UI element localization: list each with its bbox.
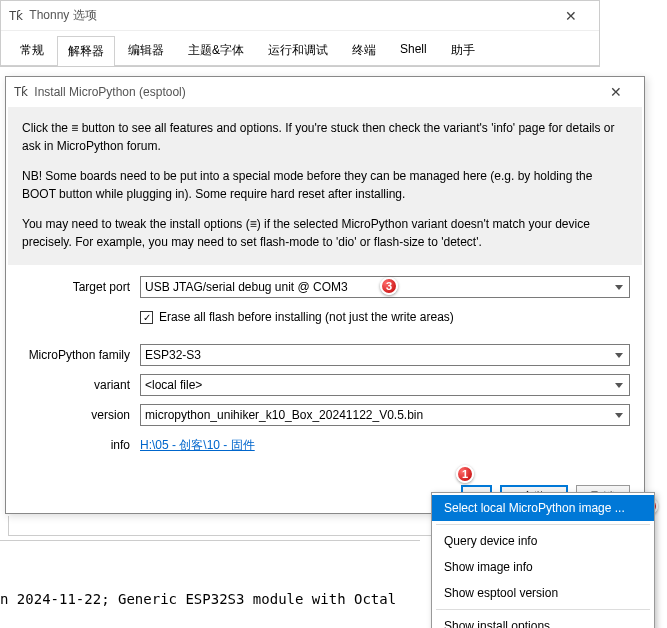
menu-show-esptool-version[interactable]: Show esptool version (432, 580, 654, 606)
erase-flash-label: Erase all flash before installing (not j… (159, 310, 454, 324)
info-link[interactable]: H:\05 - 创客\10 - 固件 (140, 438, 255, 452)
tab-terminal[interactable]: 终端 (341, 35, 387, 65)
options-title: Thonny 选项 (29, 7, 551, 24)
terminal-output: n 2024-11-22; Generic ESP32S3 module wit… (0, 551, 420, 607)
target-port-label: Target port (20, 280, 140, 294)
version-label: version (20, 408, 140, 422)
options-window: Tƙ Thonny 选项 ✕ 常规 解释器 编辑器 主题&字体 运行和调试 终端… (0, 0, 600, 67)
variant-value: <local file> (145, 378, 202, 392)
menu-show-install-options[interactable]: Show install options (432, 613, 654, 628)
menu-show-image-info[interactable]: Show image info (432, 554, 654, 580)
annotation-badge-1: 1 (456, 465, 474, 483)
app-icon: Tƙ (14, 85, 28, 99)
tab-interpreter[interactable]: 解释器 (57, 36, 115, 66)
family-select[interactable]: ESP32-S3 (140, 344, 630, 366)
info-label: info (20, 438, 140, 452)
tab-shell[interactable]: Shell (389, 35, 438, 65)
tab-theme-font[interactable]: 主题&字体 (177, 35, 255, 65)
info-text-1: Click the ≡ button to see all features a… (22, 119, 628, 155)
menu-separator (436, 609, 650, 610)
close-icon[interactable]: ✕ (551, 8, 591, 24)
form-area: Target port USB JTAG/serial debug unit @… (6, 265, 644, 477)
tab-editor[interactable]: 编辑器 (117, 35, 175, 65)
install-micropython-dialog: Tƙ Install MicroPython (esptool) ✕ Click… (5, 76, 645, 514)
hamburger-menu: Select local MicroPython image ... Query… (431, 492, 655, 628)
terminal-area: n 2024-11-22; Generic ESP32S3 module wit… (0, 540, 420, 607)
info-text-2: NB! Some boards need to be put into a sp… (22, 167, 628, 203)
erase-flash-checkbox[interactable]: ✓ (140, 311, 153, 324)
annotation-badge-3: 3 (380, 277, 398, 295)
version-select[interactable]: micropython_unihiker_k10_Box_20241122_V0… (140, 404, 630, 426)
options-tabs: 常规 解释器 编辑器 主题&字体 运行和调试 终端 Shell 助手 (1, 31, 599, 66)
tab-general[interactable]: 常规 (9, 35, 55, 65)
family-value: ESP32-S3 (145, 348, 201, 362)
variant-select[interactable]: <local file> (140, 374, 630, 396)
family-label: MicroPython family (20, 348, 140, 362)
version-value: micropython_unihiker_k10_Box_20241122_V0… (145, 408, 423, 422)
info-panel: Click the ≡ button to see all features a… (8, 107, 642, 265)
target-port-value: USB JTAG/serial debug unit @ COM3 (145, 280, 348, 294)
app-icon: Tƙ (9, 9, 23, 23)
dialog-title: Install MicroPython (esptool) (34, 85, 596, 99)
tab-run-debug[interactable]: 运行和调试 (257, 35, 339, 65)
menu-separator (436, 524, 650, 525)
menu-query-device-info[interactable]: Query device info (432, 528, 654, 554)
close-icon[interactable]: ✕ (596, 84, 636, 100)
menu-select-local-image[interactable]: Select local MicroPython image ... (432, 495, 654, 521)
variant-label: variant (20, 378, 140, 392)
info-text-3: You may need to tweak the install option… (22, 215, 628, 251)
options-titlebar: Tƙ Thonny 选项 ✕ (1, 1, 599, 31)
dialog-titlebar: Tƙ Install MicroPython (esptool) ✕ (6, 77, 644, 107)
tab-assistant[interactable]: 助手 (440, 35, 486, 65)
